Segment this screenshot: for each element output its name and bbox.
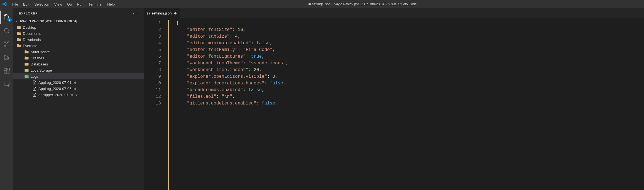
line-number: 13	[144, 100, 161, 107]
tree-item-label: Logs	[31, 74, 38, 79]
menu-item-view[interactable]: View	[52, 1, 64, 8]
tree-item-label: AppLog_2020-07-05.txt	[38, 87, 76, 91]
svg-point-3	[4, 45, 6, 47]
menu-item-run[interactable]: Run	[75, 1, 86, 8]
file-item[interactable]: AppLog_2020-07-01.txt	[13, 79, 144, 86]
folder-item[interactable]: Logs	[13, 73, 144, 79]
folder-icon	[17, 31, 21, 36]
code-line[interactable]: "explorer.decorations.badges": false,	[168, 80, 644, 87]
folder-item[interactable]: Documents	[13, 30, 144, 36]
line-number: 8	[144, 67, 161, 73]
line-number: 6	[144, 53, 161, 60]
tree-item-label: Databases	[31, 62, 48, 66]
folder-item[interactable]: Crashes	[13, 55, 144, 61]
line-number: 3	[144, 33, 161, 40]
menu-item-file[interactable]: File	[10, 1, 20, 8]
code-line[interactable]: "files.eol": "\n",	[168, 93, 644, 100]
folder-icon	[17, 43, 21, 48]
line-number: 11	[144, 87, 161, 93]
tree-item-label: LocalStorage	[31, 68, 52, 72]
menu-item-selection[interactable]: Selection	[32, 1, 51, 8]
menu-item-go[interactable]: Go	[65, 1, 74, 8]
activity-bar: 1	[0, 8, 13, 190]
line-number: 7	[144, 60, 161, 67]
menu-item-edit[interactable]: Edit	[21, 1, 31, 8]
gutter: 12345678910111213	[144, 20, 168, 190]
menubar: FileEditSelectionViewGoRunTerminalHelp	[10, 1, 117, 8]
folder-item[interactable]: Downloads	[13, 36, 144, 43]
tree-item-label: Evernote	[23, 44, 37, 48]
tree-item-label: AutoUpdate	[31, 50, 50, 54]
line-number: 12	[144, 93, 161, 100]
svg-point-4	[4, 42, 6, 43]
file-item[interactable]: AppLog_2020-07-05.txt	[13, 86, 144, 92]
dirty-indicator-icon	[308, 3, 311, 5]
tree-item-label: Desktop	[23, 25, 36, 30]
tree-item-label: AppLog_2020-07-01.txt	[38, 81, 76, 85]
code-line[interactable]: "workbench.tree.indent": 20,	[168, 67, 644, 73]
folder-icon	[25, 56, 29, 60]
code-line[interactable]: "editor.fontFamily": "Fira Code",	[168, 47, 644, 53]
editor-content[interactable]: 12345678910111213 { "editor.fontSize": 1…	[144, 18, 644, 190]
svg-rect-9	[7, 68, 9, 70]
folder-item[interactable]: Desktop	[13, 24, 144, 30]
file-item[interactable]: enclipper_2020-07-01.txt	[13, 92, 144, 98]
activity-remote-icon[interactable]	[0, 77, 13, 91]
editor-area: {}settings.json 12345678910111213 { "edi…	[144, 8, 644, 190]
code-line[interactable]: "editor.fontLigatures": true,	[168, 53, 644, 60]
activity-extensions-icon[interactable]	[0, 64, 13, 77]
dirty-dot-icon	[174, 12, 177, 14]
line-number: 4	[144, 40, 161, 47]
file-icon	[32, 86, 37, 91]
folder-icon	[25, 74, 29, 79]
menu-item-help[interactable]: Help	[105, 1, 117, 8]
code-line[interactable]: {	[168, 20, 644, 26]
code-line[interactable]: "workbench.iconTheme": "vscode-icons",	[168, 60, 644, 67]
tab-label: settings.json	[151, 11, 172, 15]
code-line[interactable]: "editor.fontSize": 16,	[168, 26, 644, 33]
svg-point-0	[4, 28, 8, 32]
svg-rect-6	[4, 68, 6, 70]
window-title: settings.json - Ivaylo Pavlov [WSL: Ubun…	[117, 2, 608, 6]
folder-item[interactable]: Databases	[13, 61, 144, 67]
line-number: 2	[144, 26, 161, 33]
folder-icon	[17, 37, 21, 42]
json-icon: {}	[147, 11, 150, 15]
file-icon	[32, 92, 37, 97]
code-lines[interactable]: { "editor.fontSize": 16, "editor.tabSize…	[168, 20, 644, 190]
editor-tab[interactable]: {}settings.json	[144, 8, 180, 18]
tree-item-label: Documents	[23, 31, 41, 36]
file-tree: DesktopDocumentsDownloadsEvernoteAutoUpd…	[13, 24, 144, 190]
activity-scm-icon[interactable]	[0, 37, 13, 51]
tree-item-label: enclipper_2020-07-01.txt	[38, 93, 79, 97]
vscode-logo-icon	[2, 2, 7, 6]
code-line[interactable]: "editor.minimap.enabled": false,	[168, 40, 644, 47]
project-header[interactable]: IVAYLO PAVLOV [WSL: UBUNTU-20.04]	[13, 18, 144, 24]
code-line[interactable]: "breadcrumbs.enabled": false,	[168, 87, 644, 93]
activity-debug-icon[interactable]	[0, 51, 13, 64]
folder-icon	[25, 50, 29, 54]
folder-icon	[25, 62, 29, 66]
code-line[interactable]: "editor.tabSize": 4,	[168, 33, 644, 40]
activity-search-icon[interactable]	[0, 24, 13, 37]
svg-rect-8	[7, 71, 9, 73]
chevron-down-icon	[14, 19, 19, 23]
svg-point-2	[8, 42, 9, 43]
svg-rect-7	[4, 71, 6, 73]
code-line[interactable]: "explorer.openEditors.visible": 0,	[168, 73, 644, 80]
folder-item[interactable]: LocalStorage	[13, 67, 144, 73]
file-icon	[32, 80, 37, 85]
titlebar: FileEditSelectionViewGoRunTerminalHelp s…	[0, 0, 644, 8]
sidebar-more-icon[interactable]: ···	[133, 11, 138, 16]
code-line[interactable]: "gitlens.codeLens.enabled": false,	[168, 100, 644, 107]
menu-item-terminal[interactable]: Terminal	[86, 1, 104, 8]
folder-icon	[25, 68, 29, 72]
explorer-badge: 1	[8, 18, 12, 22]
line-number: 5	[144, 47, 161, 53]
tree-item-label: Downloads	[23, 38, 41, 42]
folder-item[interactable]: AutoUpdate	[13, 49, 144, 55]
line-number: 1	[144, 20, 161, 26]
modified-indicator	[168, 20, 169, 190]
activity-explorer-icon[interactable]: 1	[0, 11, 13, 24]
folder-item[interactable]: Evernote	[13, 43, 144, 49]
